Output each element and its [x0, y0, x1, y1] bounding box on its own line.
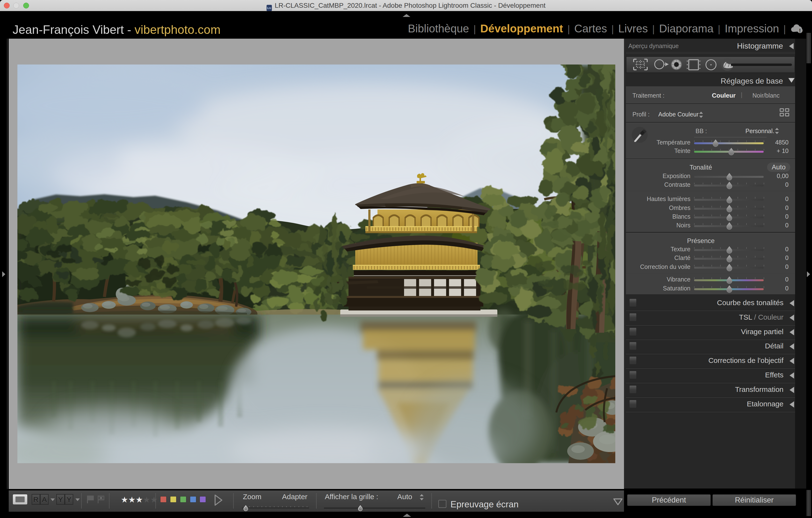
svg-text:!: !	[799, 28, 801, 33]
